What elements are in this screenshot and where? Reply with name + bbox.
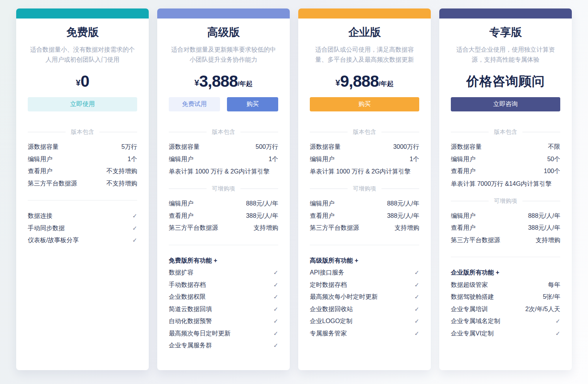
feature-value: 2次/年/5人天 <box>525 303 560 315</box>
spec-label: 源数据容量 <box>310 141 341 153</box>
feature-label: 手动数据存档 <box>169 279 206 291</box>
card-body: 专享版 适合大型企业使用，使用独立计算资源，支持高性能专属体验 价格咨询顾问 立… <box>439 19 572 370</box>
section-header-addon: 可增购项 <box>169 185 278 192</box>
plan-price: ¥3,888/年起 <box>169 67 278 96</box>
addon-value: 888元/人/年 <box>246 197 278 210</box>
section-label: 可增购项 <box>353 185 376 192</box>
check-icon: ✓ <box>273 315 278 327</box>
plan-name: 高级版 <box>169 25 278 40</box>
buy-button[interactable]: 购买 <box>310 97 419 111</box>
addon-value: 支持增购 <box>254 222 278 234</box>
feature-row: 企业数据权限✓ <box>169 291 278 303</box>
feature-label: 企业专属培训 <box>451 303 488 315</box>
feature-label: 自动化数据预警 <box>169 315 212 327</box>
spec-row: 源数据容量不限 <box>451 141 560 153</box>
section-label: 可增购项 <box>494 197 517 205</box>
price-suffix: /年起 <box>238 79 253 88</box>
price-text: 价格咨询顾问 <box>466 73 545 90</box>
addon-value: 支持增购 <box>395 222 419 234</box>
addon-label: 查看用户 <box>310 210 334 222</box>
card-body: 高级版 适合对数据量及更新频率要求较低的中小团队提升业务协作能力 ¥3,888/… <box>157 19 290 370</box>
divider-line <box>522 132 560 132</box>
card-accent-bar <box>439 8 572 19</box>
spec-note: 单表计算 7000万行 &14G内计算引擎 <box>451 177 560 190</box>
addon-row: 第三方平台数据源支持增购 <box>310 222 419 234</box>
section-header-include: 版本包含 <box>451 128 560 136</box>
feature-row: 企业数据回收站✓ <box>310 303 419 315</box>
pricing-page: 免费版 适合数据量小、没有数据对接需求的个人用户或初创团队入门使用 ¥0 立即使… <box>0 0 588 384</box>
feature-row: API接口服务✓ <box>310 266 419 279</box>
feature-row: 企业专属VI定制✓ <box>451 327 560 340</box>
use-now-button[interactable]: 立即使用 <box>28 97 137 111</box>
addon-label: 第三方平台数据源 <box>169 222 218 234</box>
consult-now-button[interactable]: 立即咨询 <box>451 97 560 111</box>
price-amount: 0 <box>81 72 89 91</box>
spec-value: 1个 <box>269 153 278 165</box>
price-amount: 9,888 <box>340 72 379 91</box>
spec-row: 编辑用户1个 <box>28 153 137 165</box>
feature-rows: 数据连接✓ 手动同步数据✓ 仪表板/故事板分享✓ <box>28 210 137 246</box>
divider-line <box>451 201 489 201</box>
spec-label: 第三方平台数据源 <box>28 177 77 190</box>
card-body: 企业版 适合团队或公司使用，满足高数据容量、多平台接入及最高频次数据更新 ¥9,… <box>298 19 431 370</box>
feature-row: 企业专属服务群✓ <box>169 339 278 352</box>
spec-value: 3000万行 <box>393 141 419 153</box>
divider <box>451 257 560 257</box>
spec-value: 100个 <box>544 165 560 177</box>
button-row: 立即使用 <box>28 97 137 111</box>
spec-row: 查看用户不支持增购 <box>28 165 137 177</box>
addon-label: 编辑用户 <box>169 197 193 210</box>
feature-group-title: 高级版所有功能 + <box>310 254 419 267</box>
divider-line <box>451 132 489 132</box>
plan-description: 适合对数据量及更新频率要求较低的中小团队提升业务协作能力 <box>169 45 278 65</box>
feature-row: 最高频次每小时定时更新✓ <box>310 291 419 303</box>
spec-value: 不支持增购 <box>106 177 137 190</box>
spec-label: 编辑用户 <box>169 153 193 165</box>
pricing-card-free: 免费版 适合数据量小、没有数据对接需求的个人用户或初创团队入门使用 ¥0 立即使… <box>16 8 149 370</box>
feature-row: 专属服务管家✓ <box>310 327 419 340</box>
feature-row: 企业专属域名定制✓ <box>451 315 560 327</box>
spec-row: 源数据容量500万行 <box>169 141 278 153</box>
plan-name: 企业版 <box>310 25 419 40</box>
check-icon: ✓ <box>273 303 278 315</box>
feature-label: 企业数据权限 <box>169 291 206 303</box>
addon-rows: 编辑用户888元/人/年 查看用户388元/人/年 第三方平台数据源支持增购 <box>169 197 278 234</box>
feature-row: 企业LOGO定制✓ <box>310 315 419 327</box>
feature-row: 数据驾驶舱搭建5张/年 <box>451 291 560 303</box>
free-trial-button[interactable]: 免费试用 <box>169 97 220 111</box>
feature-value: 5张/年 <box>543 291 560 303</box>
check-icon: ✓ <box>414 315 419 327</box>
pricing-cards: 免费版 适合数据量小、没有数据对接需求的个人用户或初创团队入门使用 ¥0 立即使… <box>16 8 572 370</box>
section-label: 版本包含 <box>212 128 235 136</box>
buy-button[interactable]: 购买 <box>227 97 278 111</box>
divider-line <box>240 189 278 189</box>
feature-label: 企业专属域名定制 <box>451 315 500 327</box>
include-rows: 源数据容量不限 编辑用户50个 查看用户100个 单表计算 7000万行 &14… <box>451 141 560 190</box>
feature-label: 最高频次每小时定时更新 <box>310 291 378 303</box>
addon-rows: 编辑用户888元/人/年 查看用户388元/人/年 第三方平台数据源支持增购 <box>310 197 419 234</box>
plan-name: 免费版 <box>28 25 137 40</box>
plan-price: ¥9,888/年起 <box>310 67 419 96</box>
price-currency: ¥ <box>335 78 340 88</box>
spec-label: 编辑用户 <box>310 153 334 165</box>
feature-label: 数据驾驶舱搭建 <box>451 291 494 303</box>
addon-row: 查看用户388元/人/年 <box>169 210 278 222</box>
include-rows: 源数据容量3000万行 编辑用户1个 单表计算 1000 万行 & 2G内计算引… <box>310 141 419 177</box>
section-label: 版本包含 <box>353 128 376 136</box>
feature-label: 企业专属VI定制 <box>451 327 494 340</box>
plan-description: 适合大型企业使用，使用独立计算资源，支持高性能专属体验 <box>451 45 560 65</box>
addon-row: 第三方平台数据源支持增购 <box>169 222 278 234</box>
feature-row: 定时数据存档✓ <box>310 279 419 291</box>
spec-row: 第三方平台数据源不支持增购 <box>28 177 137 190</box>
spec-label: 源数据容量 <box>451 141 482 153</box>
addon-label: 第三方平台数据源 <box>451 234 500 246</box>
spec-label: 源数据容量 <box>28 141 59 153</box>
addon-row: 编辑用户888元/人/年 <box>310 197 419 210</box>
feature-label: 定时数据存档 <box>310 279 347 291</box>
feature-label: 企业数据回收站 <box>310 303 353 315</box>
spec-row: 编辑用户50个 <box>451 153 560 165</box>
card-accent-bar <box>298 8 431 19</box>
addon-label: 查看用户 <box>451 222 475 234</box>
divider-line <box>169 189 207 189</box>
addon-value: 388元/人/年 <box>246 210 278 222</box>
